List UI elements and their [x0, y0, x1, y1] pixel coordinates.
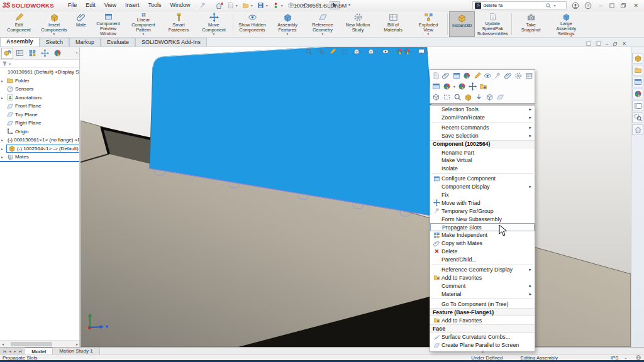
normal-to-icon[interactable] [475, 93, 483, 101]
menu-item-rename-part[interactable]: Rename Part [430, 148, 535, 156]
show-hidden-components-button[interactable]: Show Hidden Components [235, 11, 270, 37]
menu-item-component-display[interactable]: Component Display▸ [430, 183, 535, 191]
exploded-view-button[interactable]: Exploded View▾ [411, 11, 446, 37]
menu-item-propagate-slots[interactable]: Propagate Slots [430, 223, 535, 231]
tree-tabs-overflow-icon[interactable]: › [76, 51, 79, 55]
tree-item-sensors[interactable]: Sensors [0, 85, 79, 94]
large-assembly-settings-button[interactable]: Large Assembly Settings [548, 11, 584, 37]
doc-close-icon[interactable]: ✕ [622, 41, 626, 47]
material-icon[interactable] [479, 82, 487, 90]
tree-item-folder[interactable]: ▸Folder [0, 77, 79, 85]
appearances-sphere-icon[interactable] [443, 82, 451, 90]
tab-model[interactable]: Model [25, 348, 53, 354]
design-library-icon[interactable] [632, 65, 643, 75]
tab-sketch[interactable]: Sketch [40, 38, 70, 47]
window-minimize-button[interactable]: – [597, 3, 604, 9]
configurationmanager-tab[interactable] [26, 48, 38, 59]
instant3d-button[interactable]: Instant3D [449, 11, 475, 37]
tab-motion-study-1[interactable]: Motion Study 1 [53, 348, 99, 354]
appearances-scenes-icon[interactable] [632, 89, 643, 99]
help-icon[interactable] [584, 2, 592, 9]
rebuild-icon[interactable] [272, 2, 279, 9]
featuremanager-tab[interactable] [1, 48, 13, 59]
doc-minimize-icon[interactable]: – [606, 41, 608, 47]
select-other-icon[interactable] [432, 93, 440, 101]
save-icon[interactable] [257, 2, 264, 9]
component-preview-icon[interactable] [453, 72, 460, 80]
next-tab-icon[interactable]: ▸ [13, 349, 18, 353]
options-gear-icon[interactable] [287, 2, 294, 9]
view-orientation-icon[interactable] [486, 93, 494, 101]
zoom-to-selection-icon[interactable] [453, 93, 462, 101]
tree-horizontal-scrollbar[interactable]: ◂ ▸ [0, 340, 80, 347]
view-orientation-icon[interactable]: ▾ [353, 48, 363, 55]
pane-right-icon[interactable] [596, 41, 601, 47]
menu-item-surface-curvature-combs[interactable]: Surface Curvature Combs... [430, 333, 535, 341]
menu-item-add-to-favorites[interactable]: Add to Favorites [430, 273, 535, 282]
graphics-viewport[interactable]: ▾ ▾ ▾ ▾ ▾ [80, 47, 631, 347]
previous-view-icon[interactable] [329, 48, 336, 55]
menu-file[interactable]: File [68, 2, 77, 9]
viewport-3d-scene[interactable] [80, 47, 631, 347]
menu-item-copy-with-mates[interactable]: Copy with Mates [430, 239, 535, 248]
new-document-icon[interactable] [227, 2, 234, 9]
menu-tools[interactable]: Tools [148, 2, 162, 9]
tab-evaluate[interactable]: Evaluate [101, 38, 135, 47]
bill-of-materials-button[interactable]: Bill of Materials [375, 11, 411, 37]
menu-item-delete[interactable]: ✕Delete [430, 248, 535, 256]
mate-button[interactable]: Mate [72, 11, 91, 37]
scroll-left-icon[interactable]: ◂ [0, 342, 6, 346]
menu-view[interactable]: View [104, 2, 116, 9]
search-input[interactable] [483, 3, 543, 8]
attach-icon[interactable] [504, 72, 512, 80]
solidworks-resources-icon[interactable] [632, 53, 643, 63]
displaymanager-tab[interactable] [52, 48, 64, 59]
linear-component-pattern-button[interactable]: Linear Component Pattern▾ [126, 11, 161, 37]
search-dropdown-icon[interactable]: ▾ [553, 3, 555, 8]
home-icon[interactable] [215, 2, 223, 9]
menu-item-parent-child[interactable]: Parent/Child... [430, 256, 535, 264]
tree-item-mates[interactable]: ▸Mates [0, 153, 79, 162]
tree-item-front-plane[interactable]: Front Plane [0, 102, 79, 111]
suppress-icon[interactable] [514, 72, 522, 80]
view-settings-icon[interactable]: ▾ [418, 48, 428, 55]
menu-insert[interactable]: Insert [125, 2, 140, 9]
window-close-button[interactable]: ✕ [631, 3, 640, 9]
scroll-right-icon[interactable]: ▸ [74, 342, 80, 346]
menu-window[interactable]: Window [170, 2, 191, 9]
zoom-to-fit-icon[interactable] [305, 48, 313, 55]
mate-icon[interactable] [442, 72, 450, 80]
display-style-icon[interactable]: ▾ [367, 48, 377, 55]
hide-component-icon[interactable] [484, 72, 491, 80]
configure-window-icon[interactable] [432, 82, 440, 90]
window-maximize-button[interactable] [609, 3, 615, 9]
menu-item-material[interactable]: Material▸ [430, 290, 535, 298]
propertymanager-tab[interactable] [14, 48, 26, 59]
menu-item-temporary-fix-group[interactable]: Temporary Fix/Group [430, 207, 535, 215]
undo-icon[interactable]: ↶ [303, 2, 308, 9]
tree-item-component-000130561[interactable]: ▸(-) 000130561<1> (no flange) <Di [0, 136, 79, 145]
assembly-features-button[interactable]: Assembly Features▾ [270, 11, 305, 37]
doc-restore-icon[interactable] [613, 41, 618, 47]
menu-item-reference-geometry-display[interactable]: Reference Geometry Display▸ [430, 266, 535, 274]
menu-item-make-independent[interactable]: Make Independent [430, 231, 535, 239]
prev-tab-icon[interactable]: ◂ [8, 349, 13, 353]
tab-solidworks-addins[interactable]: SOLIDWORKS Add-Ins [135, 38, 207, 47]
menu-item-go-to-component[interactable]: Go To Component (in Tree) [430, 300, 535, 308]
menu-expand-chevron[interactable]: » [430, 349, 535, 354]
menu-item-fix[interactable]: Fix [430, 191, 535, 199]
file-explorer-icon[interactable] [632, 77, 643, 87]
tab-markup[interactable]: Markup [69, 38, 101, 47]
take-snapshot-button[interactable]: Take Snapshot [513, 11, 548, 37]
zoom-to-area-icon[interactable] [317, 48, 325, 55]
pin-menu-icon[interactable] [199, 2, 206, 9]
user-account-icon[interactable] [572, 2, 579, 9]
tree-item-origin[interactable]: Origin [0, 128, 79, 136]
hide-show-items-icon[interactable]: ▾ [382, 48, 392, 55]
menu-item-configure-component[interactable]: Configure Component [430, 175, 535, 183]
menu-item-isolate[interactable]: Isolate [430, 165, 535, 173]
window-restore-button[interactable] [620, 3, 626, 9]
pane-left-icon[interactable] [586, 41, 591, 47]
appearances-dropdown-icon[interactable]: ▾ [453, 84, 455, 89]
edit-component-button[interactable]: Edit Component [1, 11, 36, 37]
